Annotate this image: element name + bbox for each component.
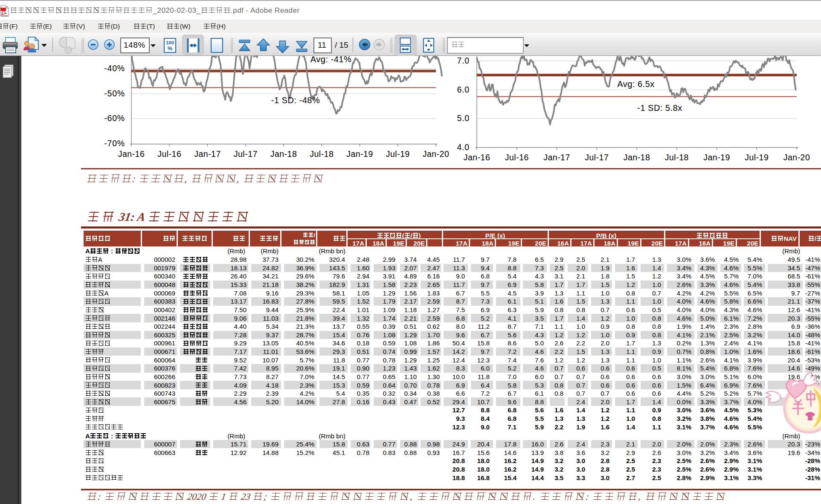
svg-text:%: % — [168, 45, 173, 52]
svg-text:100: 100 — [166, 40, 174, 45]
